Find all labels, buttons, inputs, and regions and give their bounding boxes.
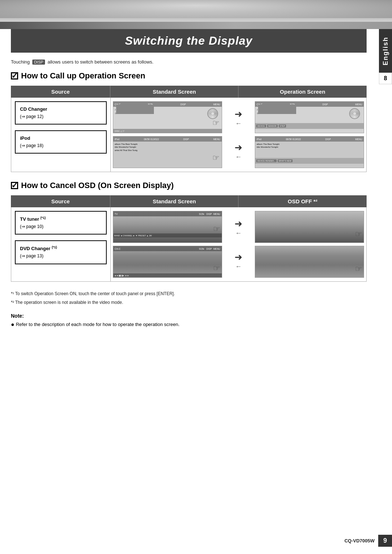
source-item-cd: CD Changer (⇒ page 12) xyxy=(15,101,107,125)
model-number: CQ-VD7005W xyxy=(341,535,378,547)
cd-screen-footer: DISC △ ▽ xyxy=(113,129,222,133)
header-osd-off: OSD OFF *² xyxy=(238,195,367,207)
source-item-tv: TV tuner (*1) (⇒ page 10) xyxy=(15,211,107,235)
section2-heading: ✓ How to Cancel OSD (On Screen Display) xyxy=(11,181,367,190)
section-cancel-osd: ✓ How to Cancel OSD (On Screen Display) … xyxy=(11,181,367,282)
section2-table-header: Source Standard Screen OSD OFF *² xyxy=(11,195,367,207)
source-item-ipod: iPod (⇒ page 18) xyxy=(15,130,107,154)
section-call-up-operation: ✓ How to Call up Operation Screen Source… xyxy=(11,71,367,172)
cd-standard-screen: CH-C 915k DISP MENU ♪ 10 Total Track 35 … xyxy=(113,101,222,133)
section2-standard-col: TV 915k DISP MENU BAND ◄ CHANNEL ► ▼ PRE… xyxy=(111,207,224,281)
arrow-left-ipod: ← xyxy=(235,154,242,160)
header-source-2: Source xyxy=(11,195,110,207)
header-source-1: Source xyxy=(11,86,110,98)
arrow-left-tv: ← xyxy=(235,230,242,236)
side-page-number: 8 xyxy=(379,73,392,84)
section1-source-col: CD Changer (⇒ page 12) iPod (⇒ page 18) xyxy=(11,98,111,172)
note-section: Note: ● Refer to the description of each… xyxy=(11,313,367,329)
section1-operation-col: CH-C 915k DISP MENU ♪ 10 Total Track 35 … xyxy=(253,98,366,172)
note-item-1: ● Refer to the description of each mode … xyxy=(11,321,367,329)
arrow-left-cd: ← xyxy=(235,120,242,127)
section1-heading: ✓ How to Call up Operation Screen xyxy=(11,71,367,81)
cd-op-disc-icon xyxy=(349,108,360,119)
dvd-footer-bar: ◄◄ ▮▮ ▮► ►► xyxy=(113,273,222,277)
section2-arrows-col: ➜ ← ➜ ← xyxy=(224,207,253,281)
tv-standard-screen: TV 915k DISP MENU BAND ◄ CHANNEL ► ▼ PRE… xyxy=(113,211,222,243)
section1-table-header: Source Standard Screen Operation Screen xyxy=(11,86,367,98)
hand-cursor-dvd-osd: ☞ xyxy=(355,264,362,274)
header-operation-1: Operation Screen xyxy=(238,86,367,98)
instruction-paragraph: Touching DISP allows users to switch bet… xyxy=(11,59,367,65)
header-standard-1: Standard Screen xyxy=(110,86,238,98)
header-standard-2: Standard Screen xyxy=(110,195,238,207)
hand-cursor-ipod: ☞ xyxy=(212,153,220,163)
note-title: Note: xyxy=(11,313,367,319)
dvd-standard-screen: CH-C 915k DISP MENU ◄◄ ▮▮ ▮► ►► ☞ xyxy=(113,246,222,278)
title-bar: Switching the Display xyxy=(11,29,367,53)
language-tab: English xyxy=(379,29,392,73)
section2-source-col: TV tuner (*1) (⇒ page 10) DVD Changer (*… xyxy=(11,207,111,281)
disp-button-label: DISP xyxy=(32,60,45,65)
cd-operation-buttons: DEVICE SENSOR STEP xyxy=(255,123,364,129)
checkbox-icon-2: ✓ xyxy=(11,182,18,189)
section1-table-body: CD Changer (⇒ page 12) iPod (⇒ page 18) … xyxy=(11,98,367,172)
section2-osd-off-col: ☞ ☞ xyxy=(253,207,366,281)
arrow-right-ipod: ➜ xyxy=(234,143,242,152)
cd-operation-screen: CH-C 915k DISP MENU ♪ 10 Total Track 35 … xyxy=(255,101,364,133)
arrow-right-cd: ➜ xyxy=(234,109,242,119)
hand-cursor-tv-osd: ☞ xyxy=(355,229,362,239)
footer-section: CQ-VD7005W 9 xyxy=(341,535,392,547)
footer-page-number: 9 xyxy=(378,535,392,547)
arrow-right-tv: ➜ xyxy=(234,219,242,228)
top-banner-image xyxy=(0,0,392,29)
checkbox-icon-1: ✓ xyxy=(11,72,18,80)
page-title: Switching the Display xyxy=(11,34,367,48)
section1-arrows-col: ➜ ← ➜ ← xyxy=(224,98,253,172)
ipod-operation-buttons: DEVICE RENDER... WHAT'S NEW xyxy=(255,158,364,164)
footnotes-section: *¹ To switch Operation Screen ON, touch … xyxy=(11,290,367,306)
footnote-1: *¹ To switch Operation Screen ON, touch … xyxy=(11,290,367,297)
ipod-operation-screen: iPod 06/56 013/022 DISP MENU album The B… xyxy=(255,136,364,168)
hand-cursor-tv: ☞ xyxy=(213,224,220,234)
tv-footer-bar: BAND ◄ CHANNEL ► ▼ PRESET ▲ JM xyxy=(113,233,222,237)
arrow-right-dvd: ➜ xyxy=(234,252,242,262)
bullet-icon: ● xyxy=(11,321,15,328)
ipod-standard-screen: iPod 06/56 013/022 DISP MENU album The B… xyxy=(113,136,222,168)
dvd-osd-off-screen: ☞ xyxy=(255,246,364,278)
arrow-left-dvd: ← xyxy=(235,263,242,270)
hand-cursor-cd: ☞ xyxy=(212,118,220,128)
cd-disc-icon xyxy=(207,108,218,119)
section2-table-body: TV tuner (*1) (⇒ page 10) DVD Changer (*… xyxy=(11,207,367,282)
footnote-2: *² The operation screen is not available… xyxy=(11,299,367,306)
source-item-dvd: DVD Changer (*1) (⇒ page 13) xyxy=(15,240,107,264)
hand-cursor-dvd: ☞ xyxy=(213,264,220,273)
section1-standard-col: CH-C 915k DISP MENU ♪ 10 Total Track 35 … xyxy=(111,98,224,172)
tv-osd-off-screen: ☞ xyxy=(255,211,364,243)
